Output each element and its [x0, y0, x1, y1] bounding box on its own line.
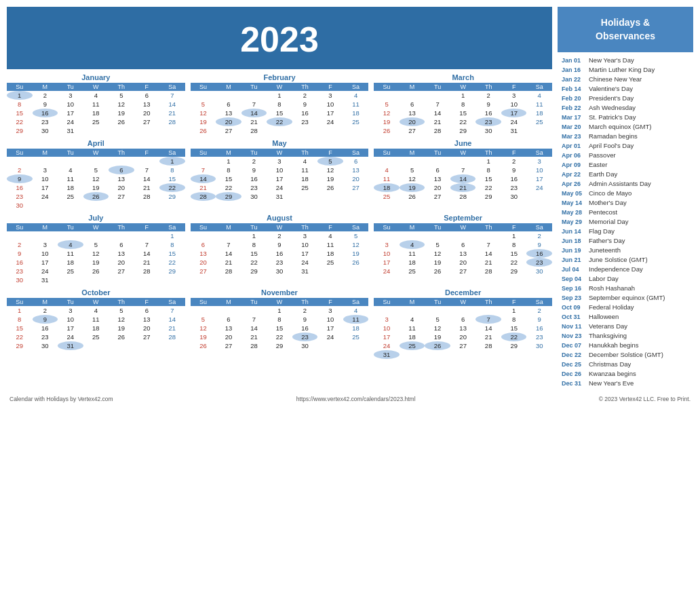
day-cell[interactable]: 11: [83, 315, 109, 324]
day-cell[interactable]: 13: [450, 249, 476, 258]
day-cell[interactable]: 6: [191, 240, 216, 249]
day-cell[interactable]: 23: [267, 258, 292, 267]
day-cell[interactable]: 8: [7, 100, 33, 109]
day-cell[interactable]: 13: [450, 324, 476, 332]
day-cell[interactable]: 21: [134, 258, 160, 267]
day-cell[interactable]: 19: [374, 117, 400, 126]
day-cell[interactable]: 27: [216, 126, 241, 135]
day-cell[interactable]: 27: [216, 341, 241, 350]
day-cell[interactable]: 17: [33, 183, 58, 192]
day-cell[interactable]: 15: [7, 324, 33, 332]
day-cell[interactable]: 10: [33, 174, 58, 183]
day-cell[interactable]: 22: [501, 332, 527, 341]
day-cell[interactable]: 4: [374, 166, 400, 174]
day-cell[interactable]: 26: [374, 126, 400, 135]
day-cell[interactable]: 3: [317, 91, 343, 100]
day-cell[interactable]: 26: [343, 258, 369, 267]
day-cell[interactable]: 6: [134, 306, 160, 315]
day-cell[interactable]: 31: [58, 341, 83, 350]
day-cell[interactable]: 25: [58, 192, 83, 201]
day-cell[interactable]: 10: [374, 249, 400, 258]
day-cell[interactable]: 23: [292, 332, 318, 341]
day-cell[interactable]: 9: [292, 315, 318, 324]
day-cell[interactable]: 11: [292, 166, 318, 174]
day-cell[interactable]: 10: [58, 315, 83, 324]
day-cell[interactable]: 29: [501, 341, 527, 350]
day-cell[interactable]: 25: [400, 341, 425, 350]
day-cell[interactable]: 4: [400, 240, 425, 249]
day-cell[interactable]: 23: [7, 192, 33, 201]
day-cell[interactable]: 7: [425, 100, 450, 109]
day-cell[interactable]: 4: [526, 91, 552, 100]
day-cell[interactable]: 27: [109, 267, 134, 276]
day-cell[interactable]: 12: [425, 249, 450, 258]
day-cell[interactable]: 23: [526, 258, 552, 267]
day-cell[interactable]: 28: [216, 267, 241, 276]
day-cell[interactable]: 14: [159, 315, 185, 324]
day-cell[interactable]: 22: [216, 183, 241, 192]
day-cell[interactable]: 17: [374, 258, 400, 267]
day-cell[interactable]: 11: [343, 100, 369, 109]
day-cell[interactable]: 6: [216, 315, 241, 324]
day-cell[interactable]: 29: [450, 126, 476, 135]
day-cell[interactable]: 3: [374, 315, 400, 324]
day-cell[interactable]: 7: [241, 315, 267, 324]
day-cell[interactable]: 29: [475, 192, 501, 201]
day-cell[interactable]: 26: [425, 267, 450, 276]
day-cell[interactable]: 3: [58, 91, 83, 100]
day-cell[interactable]: 12: [191, 324, 216, 332]
day-cell[interactable]: 1: [267, 306, 292, 315]
day-cell[interactable]: 13: [216, 109, 241, 117]
day-cell[interactable]: 18: [58, 183, 83, 192]
day-cell[interactable]: 25: [58, 267, 83, 276]
day-cell[interactable]: 22: [7, 117, 33, 126]
day-cell[interactable]: 12: [109, 315, 134, 324]
day-cell[interactable]: 28: [475, 341, 501, 350]
day-cell[interactable]: 26: [425, 341, 450, 350]
day-cell[interactable]: 17: [33, 258, 58, 267]
day-cell[interactable]: 11: [83, 100, 109, 109]
day-cell[interactable]: 18: [343, 324, 369, 332]
day-cell[interactable]: 2: [33, 306, 58, 315]
day-cell[interactable]: 12: [83, 249, 109, 258]
day-cell[interactable]: 26: [109, 332, 134, 341]
day-cell[interactable]: 21: [134, 183, 160, 192]
day-cell[interactable]: 19: [317, 174, 343, 183]
day-cell[interactable]: 18: [292, 174, 318, 183]
day-cell[interactable]: 14: [450, 174, 476, 183]
day-cell[interactable]: 20: [343, 174, 369, 183]
day-cell[interactable]: 31: [33, 276, 58, 284]
day-cell[interactable]: 10: [317, 100, 343, 109]
day-cell[interactable]: 22: [159, 258, 185, 267]
day-cell[interactable]: 26: [317, 183, 343, 192]
day-cell[interactable]: 17: [501, 109, 527, 117]
day-cell[interactable]: 14: [241, 109, 267, 117]
day-cell[interactable]: 8: [7, 315, 33, 324]
day-cell[interactable]: 25: [317, 258, 343, 267]
day-cell[interactable]: 10: [526, 166, 552, 174]
day-cell[interactable]: 7: [241, 100, 267, 109]
day-cell[interactable]: 8: [159, 240, 185, 249]
day-cell[interactable]: 22: [475, 183, 501, 192]
day-cell[interactable]: 18: [374, 183, 400, 192]
day-cell[interactable]: 19: [343, 249, 369, 258]
day-cell[interactable]: 27: [134, 117, 160, 126]
day-cell[interactable]: 24: [33, 192, 58, 201]
day-cell[interactable]: 19: [83, 183, 109, 192]
day-cell[interactable]: 2: [241, 157, 267, 166]
day-cell[interactable]: 20: [109, 258, 134, 267]
day-cell[interactable]: 5: [109, 91, 134, 100]
day-cell[interactable]: 21: [241, 332, 267, 341]
day-cell[interactable]: 17: [317, 109, 343, 117]
day-cell[interactable]: 14: [475, 324, 501, 332]
day-cell[interactable]: 30: [526, 267, 552, 276]
day-cell[interactable]: 6: [134, 91, 160, 100]
day-cell[interactable]: 10: [267, 166, 292, 174]
day-cell[interactable]: 11: [343, 315, 369, 324]
day-cell[interactable]: 30: [241, 192, 267, 201]
day-cell[interactable]: 9: [267, 240, 292, 249]
day-cell[interactable]: 16: [292, 324, 318, 332]
day-cell[interactable]: 5: [425, 315, 450, 324]
day-cell[interactable]: 7: [216, 240, 241, 249]
day-cell[interactable]: 11: [58, 174, 83, 183]
